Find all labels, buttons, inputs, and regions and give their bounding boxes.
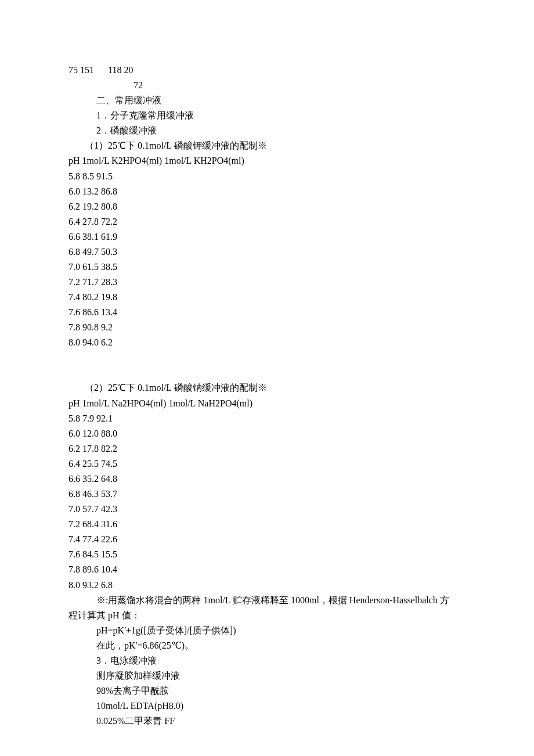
table-row: 5.8 8.5 91.5 — [0, 169, 534, 184]
text-line: 2．磷酸缓冲液 — [0, 123, 534, 138]
text-line: 测序凝胶加样缓冲液 — [0, 668, 534, 683]
text-line: 在此，pK'=6.86(25℃)。 — [0, 638, 534, 653]
note-line: ※:用蒸馏水将混合的两种 1mol/L 贮存液稀释至 1000ml，根据 Hen… — [0, 593, 534, 608]
text-line: 72 — [0, 78, 534, 93]
table-header: pH 1mol/L K2HPO4(ml) 1mol/L KH2PO4(ml) — [0, 153, 534, 168]
table-row: 6.0 13.2 86.8 — [0, 184, 534, 199]
section-heading: 二、常用缓冲液 — [0, 93, 534, 108]
table-row: 7.6 84.5 15.5 — [0, 547, 534, 562]
blank-line — [0, 365, 534, 380]
text-line: 0.025%二甲苯青 FF — [0, 714, 534, 729]
table-row: 7.2 68.4 31.6 — [0, 517, 534, 532]
text-line: 98%去离子甲酰胺 — [0, 683, 534, 699]
table-row: 7.0 57.7 42.3 — [0, 502, 534, 517]
text-line: 10mol/L EDTA(pH8.0) — [0, 699, 534, 714]
text-line: 75 151 118 20 — [0, 63, 534, 78]
table-header: pH 1mol/L Na2HPO4(ml) 1mol/L NaH2PO4(ml) — [0, 396, 534, 411]
table-row: 6.6 38.1 61.9 — [0, 229, 534, 244]
text-line: 3．电泳缓冲液 — [0, 653, 534, 668]
table-row: 6.8 46.3 53.7 — [0, 487, 534, 502]
table-row: 6.0 12.0 88.0 — [0, 426, 534, 441]
table-row: 7.4 77.4 22.6 — [0, 532, 534, 547]
table-row: 8.0 94.0 6.2 — [0, 335, 534, 350]
table-row: 7.4 80.2 19.8 — [0, 290, 534, 305]
table-row: 7.8 90.8 9.2 — [0, 320, 534, 335]
table-row: 6.2 19.2 80.8 — [0, 199, 534, 214]
table-row: 5.8 7.9 92.1 — [0, 411, 534, 426]
blank-line — [0, 350, 534, 365]
table-row: 6.4 27.8 72.2 — [0, 214, 534, 229]
text-line: 1．分子克隆常用缓冲液 — [0, 108, 534, 123]
table-row: 8.0 93.2 6.8 — [0, 578, 534, 593]
table-row: 7.0 61.5 38.5 — [0, 260, 534, 275]
table-row: 7.6 86.6 13.4 — [0, 305, 534, 320]
table-row: 7.8 89.6 10.4 — [0, 562, 534, 577]
formula-line: pH=pK'+1g([质子受体]/[质子供体]) — [0, 623, 534, 638]
table-row: 6.6 35.2 64.8 — [0, 471, 534, 487]
table-row: 6.8 49.7 50.3 — [0, 244, 534, 260]
text-line: （1）25℃下 0.1mol/L 磷酸钾缓冲液的配制※ — [0, 138, 534, 153]
table-row: 7.2 71.7 28.3 — [0, 275, 534, 290]
table-row: 6.2 17.8 82.2 — [0, 441, 534, 456]
text-line: （2）25℃下 0.1mol/L 磷酸钠缓冲液的配制※ — [0, 380, 534, 395]
note-line: 程计算其 pH 值： — [0, 608, 534, 623]
table-row: 6.4 25.5 74.5 — [0, 456, 534, 471]
document-page: 75 151 118 20 72 二、常用缓冲液 1．分子克隆常用缓冲液 2．磷… — [0, 0, 534, 729]
